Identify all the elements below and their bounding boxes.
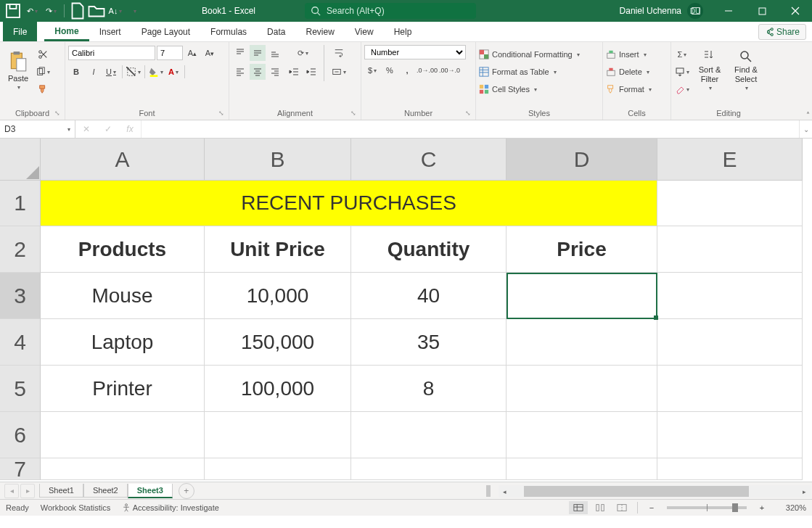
row-header-3[interactable]: 3 bbox=[0, 273, 41, 319]
cell-e1[interactable] bbox=[657, 181, 803, 226]
cell-a5[interactable]: Printer bbox=[41, 366, 205, 412]
col-header-e[interactable]: E bbox=[657, 139, 803, 181]
select-all-corner[interactable] bbox=[0, 139, 41, 181]
tab-data[interactable]: Data bbox=[257, 21, 295, 41]
find-select-button[interactable]: Find & Select▾ bbox=[729, 45, 763, 96]
close-button[interactable] bbox=[779, 0, 812, 22]
cell-e5[interactable] bbox=[657, 366, 803, 412]
cell-b7[interactable] bbox=[205, 458, 351, 480]
paste-button[interactable]: Paste▾ bbox=[3, 45, 33, 96]
cell-a7[interactable] bbox=[41, 458, 205, 480]
cell-c7[interactable] bbox=[351, 458, 507, 480]
font-color-button[interactable]: A▾ bbox=[165, 64, 181, 80]
cell-a6[interactable] bbox=[41, 412, 205, 458]
cell-a3[interactable]: Mouse bbox=[41, 273, 205, 319]
col-header-a[interactable]: A bbox=[41, 139, 205, 181]
redo-button[interactable]: ↷▾ bbox=[42, 2, 60, 20]
tab-scroll-split[interactable] bbox=[486, 485, 491, 497]
align-left-button[interactable] bbox=[232, 64, 248, 80]
cancel-formula-button[interactable]: ✕ bbox=[75, 120, 97, 139]
fill-button[interactable]: ▾ bbox=[674, 64, 690, 80]
cell-d6[interactable] bbox=[507, 412, 657, 458]
comma-format-button[interactable]: , bbox=[399, 62, 415, 78]
cell-c4[interactable]: 35 bbox=[351, 319, 507, 366]
col-header-b[interactable]: B bbox=[205, 139, 351, 181]
percent-format-button[interactable]: % bbox=[382, 62, 398, 78]
italic-button[interactable]: I bbox=[86, 64, 102, 80]
new-file-icon[interactable] bbox=[69, 2, 86, 20]
insert-cells-button[interactable]: Insert▾ bbox=[606, 46, 647, 62]
hscroll-left[interactable]: ◂ bbox=[499, 485, 511, 498]
cell-title-merged[interactable]: RECENT PURCHASES bbox=[41, 181, 657, 226]
ribbon-display-options[interactable] bbox=[681, 0, 710, 22]
sheet-nav-prev[interactable]: ◂ bbox=[4, 484, 19, 498]
copy-button[interactable]: ▾ bbox=[35, 64, 51, 80]
row-header-7[interactable]: 7 bbox=[0, 458, 41, 480]
open-file-icon[interactable] bbox=[88, 2, 105, 20]
number-launcher[interactable]: ⤡ bbox=[465, 110, 471, 117]
cell-e4[interactable] bbox=[657, 319, 803, 366]
cell-d7[interactable] bbox=[507, 458, 657, 480]
delete-cells-button[interactable]: Delete▾ bbox=[606, 64, 649, 80]
increase-font-button[interactable]: A▴ bbox=[184, 45, 200, 61]
underline-button[interactable]: U▾ bbox=[103, 64, 119, 80]
align-middle-button[interactable] bbox=[250, 45, 266, 61]
align-bottom-button[interactable] bbox=[267, 45, 283, 61]
cell-e7[interactable] bbox=[657, 458, 803, 480]
tab-help[interactable]: Help bbox=[384, 21, 422, 41]
borders-button[interactable]: ▾ bbox=[126, 64, 142, 80]
cell-e6[interactable] bbox=[657, 412, 803, 458]
merge-center-button[interactable]: ▾ bbox=[329, 64, 349, 80]
zoom-level[interactable]: 320% bbox=[773, 503, 806, 512]
qat-customize[interactable]: ▾ bbox=[126, 2, 143, 20]
col-header-c[interactable]: C bbox=[351, 139, 507, 181]
row-header-4[interactable]: 4 bbox=[0, 319, 41, 366]
zoom-out-button[interactable]: − bbox=[644, 500, 660, 516]
cell-e3[interactable] bbox=[657, 273, 803, 319]
align-right-button[interactable] bbox=[267, 64, 283, 80]
cell-c5[interactable]: 8 bbox=[351, 366, 507, 412]
number-format-select[interactable]: Number bbox=[364, 45, 466, 59]
undo-button[interactable]: ↶▾ bbox=[23, 2, 41, 20]
col-header-d[interactable]: D bbox=[507, 139, 657, 181]
font-launcher[interactable]: ⤡ bbox=[218, 110, 224, 117]
sheet-tab-1[interactable]: Sheet1 bbox=[39, 484, 83, 498]
clear-button[interactable]: ▾ bbox=[674, 81, 690, 97]
cell-a2[interactable]: Products bbox=[41, 226, 205, 273]
status-accessibility[interactable]: Accessibility: Investigate bbox=[122, 503, 219, 512]
zoom-slider[interactable] bbox=[667, 506, 747, 509]
conditional-formatting-button[interactable]: Conditional Formatting▾ bbox=[479, 46, 580, 62]
format-cells-button[interactable]: Format▾ bbox=[606, 81, 652, 97]
share-button[interactable]: Share bbox=[758, 24, 806, 40]
cell-d5[interactable] bbox=[507, 366, 657, 412]
insert-function-button[interactable]: fx bbox=[119, 120, 141, 139]
decrease-font-button[interactable]: A▾ bbox=[202, 45, 218, 61]
cell-c3[interactable]: 40 bbox=[351, 273, 507, 319]
hscroll-right[interactable]: ▸ bbox=[798, 485, 811, 498]
cell-e2[interactable] bbox=[657, 226, 803, 273]
expand-formula-bar[interactable]: ⌄ bbox=[799, 120, 812, 138]
sort-icon[interactable]: A↓▾ bbox=[107, 2, 124, 20]
wrap-text-button[interactable] bbox=[329, 45, 349, 61]
collapse-ribbon-button[interactable]: ˄ bbox=[806, 111, 810, 119]
tab-home[interactable]: Home bbox=[44, 21, 89, 41]
cell-c6[interactable] bbox=[351, 412, 507, 458]
view-page-break-button[interactable] bbox=[612, 501, 631, 514]
cell-d2[interactable]: Price bbox=[507, 226, 657, 273]
maximize-button[interactable] bbox=[745, 0, 779, 22]
sheet-nav-next[interactable]: ▸ bbox=[20, 484, 35, 498]
tab-formulas[interactable]: Formulas bbox=[200, 21, 257, 41]
accounting-format-button[interactable]: $▾ bbox=[364, 62, 380, 78]
cut-button[interactable] bbox=[35, 46, 51, 62]
row-header-1[interactable]: 1 bbox=[0, 181, 41, 226]
cell-d4[interactable] bbox=[507, 319, 657, 366]
font-size-input[interactable] bbox=[157, 46, 183, 60]
autosave-icon[interactable] bbox=[4, 2, 22, 20]
cell-a4[interactable]: Laptop bbox=[41, 319, 205, 366]
tab-page-layout[interactable]: Page Layout bbox=[131, 21, 200, 41]
decrease-indent-button[interactable] bbox=[286, 64, 302, 80]
row-header-6[interactable]: 6 bbox=[0, 412, 41, 458]
formula-input[interactable] bbox=[142, 120, 799, 138]
format-painter-button[interactable] bbox=[35, 81, 51, 97]
format-as-table-button[interactable]: Format as Table▾ bbox=[479, 64, 557, 80]
